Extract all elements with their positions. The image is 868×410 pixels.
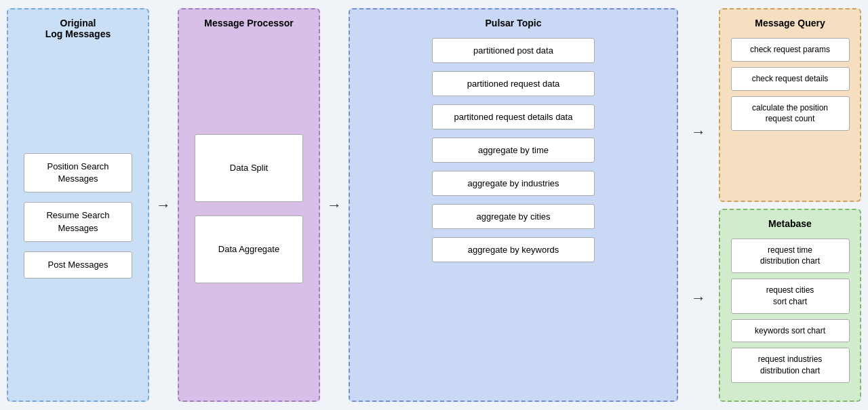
panel-pulsar: Pulsar Topic partitioned post data parti…	[349, 8, 678, 402]
panel-message-query: Message Query check request params check…	[719, 8, 861, 202]
proc-data-split: Data Split	[195, 134, 303, 202]
topic-aggregate-time: aggregate by time	[432, 138, 595, 163]
metabase-keywords-sort: keywords sort chart	[731, 319, 850, 343]
metabase-industries-dist: request industriesdistribution chart	[731, 348, 850, 383]
msg-post: Post Messages	[24, 251, 132, 279]
metabase-title: Metabase	[768, 218, 812, 229]
topic-aggregate-industries: aggregate by industries	[432, 171, 595, 196]
query-check-params: check request params	[731, 38, 850, 62]
panel-metabase: Metabase request timedistribution chart …	[719, 209, 861, 403]
topic-aggregate-keywords: aggregate by keywords	[432, 237, 595, 262]
processor-title: Message Processor	[204, 18, 294, 28]
arrow-to-metabase-icon: →	[691, 291, 706, 306]
original-title: OriginalLog Messages	[45, 18, 111, 39]
panel-original: OriginalLog Messages Position SearchMess…	[7, 8, 149, 402]
pulsar-title: Pulsar Topic	[486, 18, 542, 28]
query-calculate-position: calculate the positionrequest count	[731, 96, 850, 131]
arrow-2-icon: →	[327, 198, 342, 213]
msg-position-search: Position SearchMessages	[24, 153, 132, 192]
pulsar-content: partitioned post data partitioned reques…	[357, 38, 670, 270]
topic-partitioned-post: partitioned post data	[432, 38, 595, 63]
query-check-details: check request details	[731, 67, 850, 91]
arrow-to-query-icon: →	[691, 125, 706, 140]
panel-processor: Message Processor Data Split Data Aggreg…	[178, 8, 320, 402]
topic-aggregate-cities: aggregate by cities	[432, 204, 595, 229]
arrows-right: → →	[685, 8, 712, 402]
arrow-1-icon: →	[156, 198, 171, 213]
proc-data-aggregate: Data Aggregate	[195, 216, 303, 283]
processor-content: Data Split Data Aggregate	[186, 38, 312, 392]
topic-partitioned-request: partitioned request data	[432, 71, 595, 96]
topic-partitioned-details: partitoned request details data	[432, 104, 595, 129]
panel-right: Message Query check request params check…	[719, 8, 861, 402]
metabase-cities-sort: request citiessort chart	[731, 279, 850, 314]
arrow-1: →	[156, 8, 171, 402]
msg-resume-search: Resume SearchMessages	[24, 202, 132, 241]
arrow-2: →	[327, 8, 342, 402]
message-query-title: Message Query	[755, 18, 825, 28]
diagram: OriginalLog Messages Position SearchMess…	[0, 0, 868, 410]
original-content: Position SearchMessages Resume SearchMes…	[15, 49, 141, 392]
metabase-time-dist: request timedistribution chart	[731, 239, 850, 274]
